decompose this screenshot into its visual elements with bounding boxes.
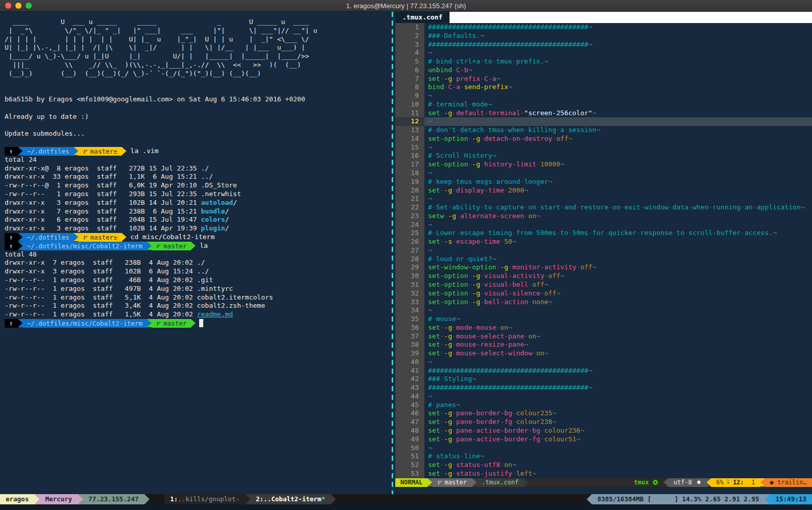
vim-line[interactable]: 27¬	[395, 246, 812, 255]
vim-line[interactable]: 10#·terminal·mode¬	[395, 100, 812, 109]
line-number: 46	[395, 409, 424, 418]
code-token: #	[428, 178, 432, 185]
vim-line[interactable]: 28#·loud·or·quiet?¬	[395, 255, 812, 264]
code-token: monitor-activity	[512, 263, 576, 271]
line-number: 28	[395, 255, 424, 264]
space-listchar: ·	[468, 100, 472, 108]
space-listchar: ·	[480, 281, 484, 288]
eol-listchar: ¬	[560, 160, 564, 168]
vim-line[interactable]: 8bind·C-a·send-prefix¬	[395, 83, 812, 92]
vim-line[interactable]: 13#·don't·detach·tmux·when·killing·a·ses…	[395, 126, 812, 135]
vim-line[interactable]: 23setw·-g·alternate-screen·on¬	[395, 212, 812, 221]
readme-link[interactable]: readme.md	[197, 310, 233, 318]
separator-icon	[524, 478, 528, 486]
vim-line[interactable]: 3#######################################…	[395, 40, 812, 49]
vim-line[interactable]: 39set·-g·mouse-select-window·on¬	[395, 349, 812, 358]
vim-line[interactable]: 18¬	[395, 169, 812, 178]
pane-divider[interactable]	[392, 12, 393, 494]
space-listchar: ·	[452, 57, 456, 65]
vim-line[interactable]: 33set-option·-g·bell-action·none¬	[395, 298, 812, 307]
vim-line[interactable]: 25#·Lower·escape·timing·from·500ms·to·50…	[395, 229, 812, 238]
terminal-line: drwxr-xr-x@ 8 eragos staff 272B 15 Jul 2…	[5, 164, 395, 173]
branch-icon	[83, 148, 88, 155]
vim-line[interactable]: 11set·-g·default-terminal·"screen-256col…	[395, 109, 812, 118]
vim-line[interactable]: 43######################################…	[395, 384, 812, 392]
prompt-segment-green: master	[152, 242, 191, 250]
vim-line[interactable]: 46set·-g·pane-border-bg·colour235¬	[395, 409, 812, 418]
shell-pane[interactable]: ____ U ___ u _____ _____ _ U _____ u ___…	[0, 12, 395, 494]
vim-line[interactable]: 4¬	[395, 49, 812, 57]
eol-listchar: ¬	[428, 92, 432, 99]
line-number: 7	[395, 75, 424, 83]
vim-line[interactable]: 42###·Styling¬	[395, 375, 812, 384]
vim-line[interactable]: 49set·-g·pane-active-border-fg·colour51¬	[395, 435, 812, 444]
code-text: ###·Defaults.¬	[424, 32, 812, 40]
vim-line[interactable]: 38set·-g·mouse-resize-pane¬	[395, 341, 812, 349]
code-text: set·-s·escape-time·50¬	[424, 238, 812, 246]
vim-buffer[interactable]: 1#######################################…	[395, 23, 812, 478]
vim-line[interactable]: 6unbind·C-b¬	[395, 66, 812, 75]
vim-line[interactable]: 51#·status·line¬	[395, 452, 812, 461]
vim-line[interactable]: 12¬	[395, 117, 812, 126]
vim-line[interactable]: 16#·Scroll·History¬	[395, 152, 812, 160]
code-text: set-option·-g·bell-action·none¬	[424, 298, 812, 307]
code-token: tmux	[496, 57, 512, 65]
tmux-window-1[interactable]: 1:..kills/gnuplot-	[164, 494, 245, 504]
eol-listchar: ¬	[592, 263, 596, 271]
vim-line[interactable]: 47set·-g·pane-border-fg·colour238¬	[395, 418, 812, 427]
vim-line[interactable]: 26set·-s·escape-time·50¬	[395, 238, 812, 246]
vim-line[interactable]: 21¬	[395, 195, 812, 203]
vim-line[interactable]: 31set-option·-g·visual-bell·off¬	[395, 281, 812, 289]
zoom-button[interactable]	[26, 3, 32, 9]
code-token: -g	[444, 186, 452, 194]
vim-line[interactable]: 7set·-g·prefix·C-a¬	[395, 75, 812, 83]
space-listchar: ·	[452, 349, 456, 357]
minimize-button[interactable]	[15, 3, 22, 9]
code-text: ###·Styling¬	[424, 375, 812, 384]
line-number: 5	[395, 57, 424, 66]
tab-tmux-conf[interactable]: .tmux.conf	[395, 12, 450, 23]
vim-line[interactable]: 1#######################################…	[395, 23, 812, 32]
vim-line[interactable]: 45#·panes¬	[395, 401, 812, 410]
vim-line[interactable]: 5#·bind·ctrl+a·to·tmux·prefix.¬	[395, 57, 812, 66]
typed-command: cd misc/Cobalt2-iterm	[126, 233, 215, 241]
vim-line[interactable]: 17set-option·-g·history-limit·10000¬	[395, 160, 812, 169]
vim-line[interactable]: 35#·mouse¬	[395, 315, 812, 324]
vim-line[interactable]: 2###·Defaults.¬	[395, 32, 812, 40]
vim-line[interactable]: 40¬	[395, 358, 812, 367]
vim-line[interactable]: 19#·keep·tmux·msgs·around·longer¬	[395, 178, 812, 186]
space-listchar: ·	[468, 289, 472, 297]
space-listchar: ·	[432, 100, 436, 108]
status-gap	[149, 494, 165, 504]
vim-line[interactable]: 9¬	[395, 92, 812, 100]
terminal-line: -rw-r--r-- 1 eragos staff 497B 4 Aug 20:…	[5, 285, 395, 293]
vim-line[interactable]: 22#·Set·ability·to·capture·on·start·and·…	[395, 203, 812, 212]
vim-line[interactable]: 24¬	[395, 221, 812, 229]
terminal-line: U| |_| |\.-,_| |_| | /| |\ \| _|/ | | \|…	[5, 44, 395, 52]
vim-line[interactable]: 44¬	[395, 392, 812, 401]
vim-line[interactable]: 37set·-g·mouse-select-pane·on¬	[395, 332, 812, 341]
vim-line[interactable]: 48set·-g·pane-active-border-bg·colour236…	[395, 427, 812, 435]
space-listchar: ·	[480, 289, 484, 297]
eol-listchar: ¬	[588, 384, 592, 391]
vim-line[interactable]: 36set·-g·mode-mouse·on¬	[395, 324, 812, 332]
vim-line[interactable]: 50¬	[395, 444, 812, 453]
terminal-line: (__)_) (__) (__)(__)(_/ \_)-´ `-(_/(_")(…	[5, 70, 395, 78]
vim-line[interactable]: 15¬	[395, 143, 812, 152]
vim-line[interactable]: 14set-option·-g·detach-on-destroy·off¬	[395, 135, 812, 143]
vim-line[interactable]: 52set·-g·status-utf8·on¬	[395, 461, 812, 470]
code-token: on	[528, 212, 537, 220]
close-button[interactable]	[5, 3, 11, 9]
vim-line[interactable]: 34¬	[395, 306, 812, 315]
vim-line[interactable]: 20set·-g·display-time·2000¬	[395, 186, 812, 195]
space-listchar: ·	[452, 324, 456, 331]
tmux-window-2-active[interactable]: 2:..Cobalt2-iterm*	[250, 494, 331, 504]
vim-line[interactable]: 32set-option·-g·visual-silence·off¬	[395, 289, 812, 298]
vim-pane[interactable]: .tmux.conf 1############################…	[395, 12, 812, 494]
terminal-line: -rw-r--r-- 1 eragos staff 293B 15 Jul 22…	[5, 190, 395, 199]
code-token: off	[544, 289, 556, 297]
vim-line[interactable]: 29set-window-option·-g·monitor-activity·…	[395, 263, 812, 272]
vim-line[interactable]: 41######################################…	[395, 367, 812, 375]
vim-line[interactable]: 53set·-g·status-justify·left¬	[395, 470, 812, 478]
vim-line[interactable]: 30set-option·-g·visual-activity·off¬	[395, 272, 812, 281]
